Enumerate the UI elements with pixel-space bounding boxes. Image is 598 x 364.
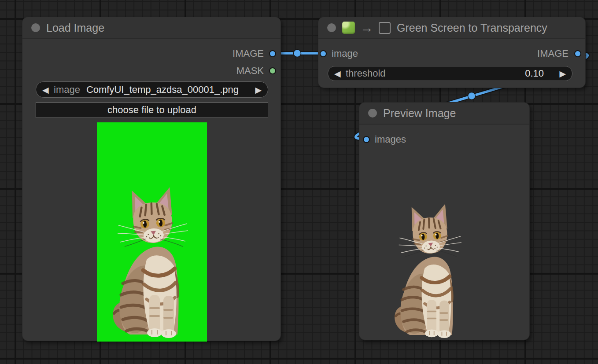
threshold-label: threshold bbox=[346, 68, 386, 79]
node-load-image-titlebar[interactable]: Load Image bbox=[22, 17, 281, 39]
loaded-image-preview bbox=[97, 122, 207, 342]
link-midpoint-dot[interactable] bbox=[468, 92, 476, 100]
input-dot-images[interactable] bbox=[363, 136, 370, 143]
cat-transparent-image bbox=[390, 197, 469, 338]
transform-arrow-icon: → bbox=[360, 22, 373, 34]
output-label-image: IMAGE bbox=[537, 48, 568, 59]
threshold-value: 0.10 bbox=[525, 68, 544, 79]
node-green-screen-titlebar[interactable]: → Green Screen to Transparency bbox=[318, 17, 585, 39]
combo-label: image bbox=[54, 84, 80, 96]
input-label-image: image bbox=[332, 48, 358, 59]
node-graph-canvas[interactable]: Load Image IMAGE MASK ◀ image ComfyUI_te… bbox=[0, 0, 598, 364]
node-title: Green Screen to Transparency bbox=[397, 22, 547, 34]
collapse-dot-icon[interactable] bbox=[327, 23, 336, 32]
threshold-left-arrow-icon[interactable]: ◀ bbox=[334, 69, 341, 79]
output-dot-mask[interactable] bbox=[269, 67, 276, 74]
collapse-dot-icon[interactable] bbox=[368, 109, 377, 118]
choose-file-button[interactable]: choose file to upload bbox=[36, 102, 268, 118]
combo-left-arrow-icon[interactable]: ◀ bbox=[42, 85, 49, 95]
input-label-images: images bbox=[375, 134, 406, 145]
transparent-square-icon bbox=[379, 22, 391, 34]
output-dot-image[interactable] bbox=[574, 50, 581, 57]
combo-value: ComfyUI_temp_azdsa_00001_.png bbox=[86, 84, 239, 96]
output-label-image: IMAGE bbox=[233, 48, 264, 59]
output-dot-image[interactable] bbox=[269, 50, 276, 57]
cat-greenscreen-image bbox=[108, 180, 196, 338]
node-load-image[interactable]: Load Image IMAGE MASK ◀ image ComfyUI_te… bbox=[22, 17, 281, 341]
output-label-mask: MASK bbox=[236, 65, 264, 77]
threshold-right-arrow-icon[interactable]: ▶ bbox=[559, 69, 566, 79]
node-preview-image[interactable]: Preview Image images bbox=[359, 102, 530, 340]
combo-right-arrow-icon[interactable]: ▶ bbox=[255, 85, 262, 95]
node-preview-titlebar[interactable]: Preview Image bbox=[359, 103, 529, 125]
collapse-dot-icon[interactable] bbox=[31, 23, 40, 32]
node-green-screen-to-transparency[interactable]: → Green Screen to Transparency image IMA… bbox=[318, 17, 586, 88]
input-dot-image[interactable] bbox=[320, 50, 327, 57]
image-combo-widget[interactable]: ◀ image ComfyUI_temp_azdsa_00001_.png ▶ bbox=[36, 81, 268, 98]
link-midpoint-dot[interactable] bbox=[294, 50, 301, 57]
threshold-widget[interactable]: ◀ threshold 0.10 ▶ bbox=[328, 66, 572, 81]
choose-file-button-label: choose file to upload bbox=[107, 104, 196, 116]
node-title: Load Image bbox=[46, 22, 104, 34]
green-square-icon bbox=[342, 22, 355, 34]
node-title: Preview Image bbox=[383, 107, 456, 120]
